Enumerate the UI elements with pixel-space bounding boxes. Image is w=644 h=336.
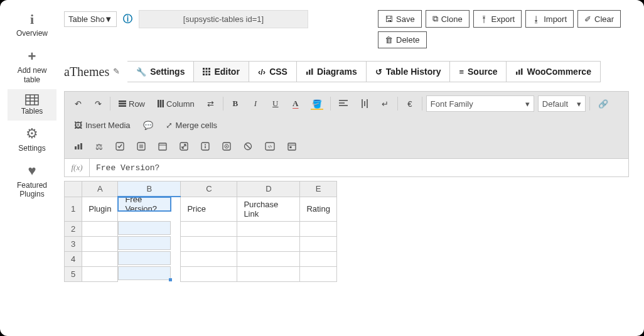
svg-rect-19 — [521, 68, 523, 75]
font-family-select[interactable]: Font Family▾ — [426, 95, 534, 112]
fill-handle[interactable] — [169, 278, 172, 281]
cell[interactable] — [181, 236, 237, 251]
cell[interactable] — [237, 221, 300, 236]
checkbox-tool-icon[interactable] — [111, 138, 129, 154]
col-header-d[interactable]: D — [237, 182, 300, 197]
row-header[interactable]: 4 — [65, 251, 82, 266]
balance-icon[interactable]: ⚖ — [91, 138, 107, 154]
html-tool-icon[interactable]: ‹/› — [260, 138, 279, 154]
cell[interactable] — [300, 251, 337, 266]
target-tool-icon[interactable] — [218, 138, 235, 154]
swap-icon[interactable]: ⇄ — [203, 95, 219, 112]
italic-button[interactable]: I — [247, 95, 264, 112]
cell[interactable] — [82, 266, 118, 281]
underline-button[interactable]: U — [267, 95, 284, 112]
cell[interactable] — [237, 251, 300, 266]
chart-icon[interactable] — [70, 138, 87, 154]
row-header[interactable]: 1 — [65, 197, 82, 221]
cell[interactable] — [181, 221, 237, 236]
delete-label: Delete — [396, 35, 420, 45]
tab-editor[interactable]: Editor — [194, 61, 249, 82]
formula-label: f(x) — [65, 159, 90, 176]
block-tool-icon[interactable] — [239, 138, 257, 154]
svg-rect-9 — [206, 71, 208, 73]
merge-cells-button[interactable]: ⤢Merge cells — [161, 117, 222, 133]
align-middle-icon[interactable] — [356, 95, 373, 112]
save-button[interactable]: 🖫Save — [378, 10, 422, 28]
insert-media-button[interactable]: 🖼Insert Media — [70, 117, 135, 133]
cell[interactable]: Plugin — [82, 197, 118, 221]
svg-rect-32 — [75, 146, 77, 149]
delete-button[interactable]: 🗑Delete — [378, 31, 427, 48]
row-header[interactable]: 2 — [65, 221, 82, 236]
tab-diagrams[interactable]: Diagrams — [297, 61, 367, 82]
cell[interactable]: Purchase Link — [237, 197, 300, 221]
cell[interactable] — [237, 236, 300, 251]
col-header-c[interactable]: C — [181, 182, 237, 197]
tab-css[interactable]: ‹/›CSS — [249, 61, 297, 82]
undo-button[interactable]: ↶ — [70, 95, 86, 112]
cell[interactable] — [181, 266, 237, 281]
sidebar-item-add-new-table[interactable]: + Add new table — [8, 43, 56, 89]
cell[interactable] — [181, 251, 237, 266]
link-button[interactable]: 🔗 — [594, 95, 613, 112]
insert-media-label: Insert Media — [85, 121, 131, 130]
cell[interactable] — [118, 251, 171, 265]
cell[interactable] — [118, 221, 171, 235]
list-tool-icon[interactable] — [132, 138, 150, 154]
formula-input[interactable] — [90, 160, 628, 176]
cell-active[interactable]: Free Version? — [118, 197, 171, 211]
tab-woocommerce[interactable]: WooCommerce — [507, 61, 600, 82]
font-size-select[interactable]: Default▾ — [538, 95, 586, 112]
bold-button[interactable]: B — [227, 95, 244, 112]
calendar-tool-icon[interactable] — [154, 138, 171, 154]
tab-settings[interactable]: 🔧Settings — [127, 61, 194, 82]
tab-label: Diagrams — [317, 67, 357, 77]
cell[interactable] — [300, 266, 337, 281]
cell[interactable] — [300, 236, 337, 251]
info-tool-icon[interactable] — [196, 138, 214, 154]
cell[interactable] — [82, 236, 118, 251]
fill-color-button[interactable]: 🪣 — [308, 95, 326, 112]
sidebar-item-featured-plugins[interactable]: ♥ Featured Plugins — [8, 158, 56, 203]
cell[interactable] — [82, 251, 118, 266]
cell[interactable] — [82, 221, 118, 236]
import-button[interactable]: ⭳Import — [525, 10, 574, 28]
cell[interactable] — [118, 236, 171, 250]
row-header[interactable]: 3 — [65, 236, 82, 251]
heart-icon: ♥ — [28, 163, 36, 179]
comment-button[interactable]: 💬 — [139, 117, 158, 133]
wrap-text-icon[interactable]: ↵ — [377, 95, 394, 112]
redo-button[interactable]: ↷ — [90, 95, 106, 112]
align-left-icon[interactable] — [335, 95, 352, 112]
tab-table-history[interactable]: ↺Table History — [367, 61, 451, 82]
sidebar-item-settings[interactable]: ⚙ Settings — [8, 121, 56, 158]
date-tool-icon[interactable] — [283, 138, 301, 154]
corner-cell[interactable] — [65, 182, 82, 197]
col-header-a[interactable]: A — [82, 182, 118, 197]
sidebar-item-overview[interactable]: i Overview — [8, 6, 56, 43]
fullscreen-tool-icon[interactable] — [175, 138, 193, 154]
currency-button[interactable]: € — [402, 95, 418, 112]
tab-source[interactable]: ≡Source — [450, 61, 507, 82]
clone-button[interactable]: ⧉Clone — [426, 10, 470, 28]
sidebar-item-tables[interactable]: Tables — [8, 89, 56, 121]
col-header-e[interactable]: E — [300, 182, 337, 197]
cell[interactable] — [237, 266, 300, 281]
cell[interactable]: Price — [181, 197, 237, 221]
info-icon[interactable]: ⓘ — [123, 13, 132, 25]
cell[interactable] — [118, 266, 171, 280]
download-icon: ⭳ — [532, 14, 540, 24]
edit-name-icon[interactable]: ✎ — [113, 67, 120, 77]
font-color-button[interactable]: A — [287, 95, 304, 112]
shortcode-field[interactable]: [supsystic-tables id=1] — [139, 10, 308, 28]
cell[interactable] — [300, 221, 337, 236]
sidebar: i Overview + Add new table Tables ⚙ Sett… — [8, 6, 56, 326]
shortcode-type-select[interactable]: Table Shoı ▼ — [64, 11, 117, 27]
row-button[interactable]: Row — [114, 95, 149, 112]
clear-button[interactable]: ✐Clear — [577, 10, 621, 28]
row-header[interactable]: 5 — [65, 266, 82, 281]
column-button[interactable]: Column — [153, 95, 199, 112]
export-button[interactable]: ⭱Export — [473, 10, 522, 28]
cell[interactable]: Rating — [300, 197, 337, 221]
